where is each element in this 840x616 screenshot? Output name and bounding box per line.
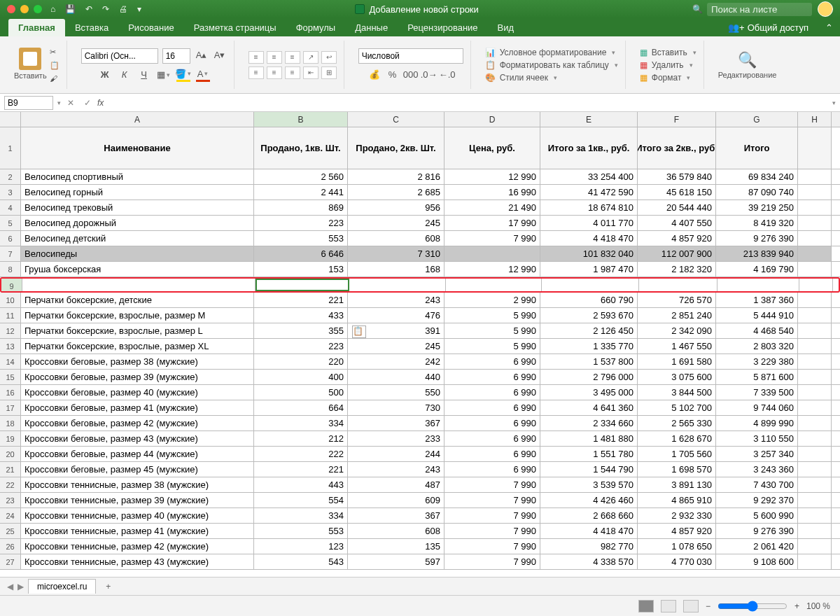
cell[interactable]: 18 674 810 — [540, 200, 638, 215]
tab-layout[interactable]: Разметка страницы — [184, 19, 286, 36]
cell[interactable]: 4 426 460 — [540, 493, 638, 507]
cell[interactable]: 5 444 910 — [716, 308, 798, 323]
row-header[interactable]: 13 — [0, 339, 21, 354]
cell[interactable] — [798, 262, 832, 276]
cell[interactable]: 2 560 — [254, 169, 348, 184]
insert-cells-button[interactable]: ▦ Вставить▾ — [640, 48, 696, 57]
cell[interactable]: 550 — [348, 385, 444, 400]
cell[interactable]: 608 — [348, 231, 444, 246]
cell[interactable]: 5 871 600 — [716, 370, 798, 384]
home-icon[interactable]: ⌂ — [50, 4, 55, 14]
cell[interactable]: 1 387 360 — [716, 293, 798, 307]
row-header[interactable]: 10 — [0, 293, 21, 307]
cell[interactable]: 212 — [254, 431, 348, 446]
cell[interactable]: 500 — [254, 385, 348, 400]
cell[interactable]: Перчатки боксерские, взрослые, размер M — [21, 308, 254, 323]
page-layout-view-icon[interactable] — [661, 600, 676, 612]
cell[interactable]: 7 430 700 — [716, 477, 798, 492]
cell[interactable]: 433 — [254, 308, 348, 323]
cell[interactable] — [798, 493, 832, 507]
minimize-window-icon[interactable] — [20, 5, 29, 13]
cell[interactable] — [798, 462, 832, 477]
cell[interactable]: 334 — [254, 508, 348, 523]
cell[interactable]: 982 770 — [540, 539, 638, 554]
cell[interactable]: 9 276 390 — [716, 524, 798, 538]
align-top-icon[interactable]: ≡ — [248, 51, 264, 64]
cell[interactable]: 443 — [254, 477, 348, 492]
cell[interactable]: 1 698 570 — [638, 462, 716, 477]
format-as-table-button[interactable]: 📋 Форматировать как таблицу▾ — [485, 60, 618, 70]
col-header-D[interactable]: D — [444, 112, 540, 127]
font-color-icon[interactable]: A▾ — [196, 68, 210, 82]
cell[interactable]: 4 407 550 — [638, 216, 716, 230]
cell[interactable]: 2 685 — [348, 185, 444, 200]
cell[interactable]: 3 229 380 — [716, 354, 798, 369]
cell[interactable]: 17 990 — [444, 216, 540, 230]
inc-decimal-icon[interactable]: .0→ — [422, 68, 436, 82]
cell[interactable] — [446, 279, 542, 291]
header-cell[interactable]: Итого за 2кв., руб. — [638, 127, 716, 169]
comma-icon[interactable]: 000 — [404, 68, 418, 82]
cell[interactable]: 5 102 700 — [638, 400, 716, 415]
redo-icon[interactable]: ↷ — [102, 4, 109, 14]
cell[interactable] — [798, 477, 832, 492]
zoom-out-icon[interactable]: − — [706, 601, 710, 611]
cell[interactable] — [798, 169, 832, 184]
cell[interactable]: 168 — [348, 262, 444, 276]
cell[interactable] — [798, 539, 832, 554]
cell[interactable]: 367 — [348, 508, 444, 523]
cell[interactable]: 41 472 590 — [540, 185, 638, 200]
cell[interactable]: 553 — [254, 231, 348, 246]
cell[interactable] — [798, 370, 832, 384]
cell[interactable]: 245 — [348, 339, 444, 354]
cell[interactable]: 367 — [348, 416, 444, 430]
cell[interactable]: 33 254 400 — [540, 169, 638, 184]
row-header[interactable]: 19 — [0, 431, 21, 446]
cell[interactable]: Велосипед детский — [21, 231, 254, 246]
cell[interactable]: 2 182 320 — [638, 262, 716, 276]
cell[interactable]: 6 990 — [444, 385, 540, 400]
expand-formula-icon[interactable]: ▾ — [832, 99, 836, 106]
header-cell[interactable]: Цена, руб. — [444, 127, 540, 169]
cell[interactable] — [798, 216, 832, 230]
cell[interactable] — [542, 279, 639, 291]
cell[interactable]: Велосипед дорожный — [21, 216, 254, 230]
cell[interactable]: 233 — [348, 431, 444, 446]
cell[interactable]: 4 857 920 — [638, 524, 716, 538]
cell[interactable]: 869 — [254, 200, 348, 215]
cell[interactable]: 2 593 670 — [540, 308, 638, 323]
save-icon[interactable]: 💾 — [65, 4, 76, 14]
format-painter-icon[interactable]: 🖌 — [50, 74, 59, 83]
cell[interactable]: 3 495 000 — [540, 385, 638, 400]
cell[interactable]: 245 — [348, 216, 444, 230]
cell[interactable]: 609 — [348, 493, 444, 507]
cell[interactable]: 7 990 — [444, 539, 540, 554]
sheet-tab[interactable]: microexcel.ru — [28, 579, 96, 594]
fx-icon[interactable]: fx — [97, 98, 104, 108]
cell[interactable]: Велосипед спортивный — [21, 169, 254, 184]
tab-view[interactable]: Вид — [488, 19, 524, 36]
cell[interactable]: 3 075 600 — [638, 370, 716, 384]
cell[interactable] — [718, 279, 799, 291]
cell[interactable]: 3 257 340 — [716, 447, 798, 461]
row-header[interactable]: 7 — [0, 246, 21, 261]
cell[interactable]: 5 990 — [444, 323, 540, 338]
row-header[interactable]: 23 — [0, 493, 21, 507]
cell[interactable]: 153 — [254, 262, 348, 276]
select-all-corner[interactable] — [0, 112, 21, 127]
cell[interactable]: 2 061 420 — [716, 539, 798, 554]
cell[interactable]: 8 419 320 — [716, 216, 798, 230]
cell[interactable]: 3 110 550 — [716, 431, 798, 446]
cell[interactable]: 400 — [254, 370, 348, 384]
cell[interactable]: 4 011 770 — [540, 216, 638, 230]
cell[interactable]: 12 990 — [444, 169, 540, 184]
zoom-level[interactable]: 100 % — [806, 601, 830, 611]
cell[interactable] — [798, 339, 832, 354]
print-icon[interactable]: 🖨 — [119, 4, 127, 14]
cell[interactable]: 39 219 250 — [716, 200, 798, 215]
cell[interactable]: 6 990 — [444, 447, 540, 461]
header-cell[interactable]: Продано, 2кв. Шт. — [348, 127, 444, 169]
cell[interactable]: 1 705 560 — [638, 447, 716, 461]
cell[interactable]: 221 — [254, 293, 348, 307]
cell[interactable]: 9 292 370 — [716, 493, 798, 507]
